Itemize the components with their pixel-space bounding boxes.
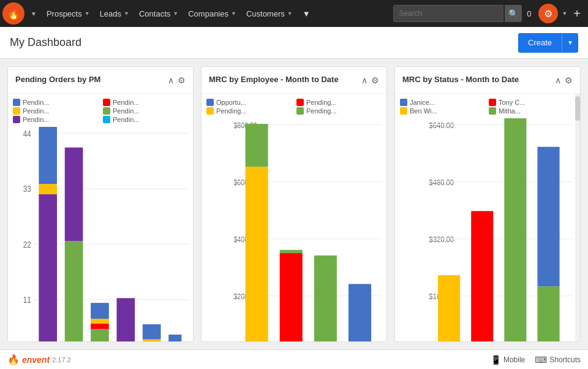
- legend-label: Ben Wi...: [410, 107, 437, 115]
- bar-segment: [91, 303, 109, 319]
- search-icon: 🔍: [508, 9, 519, 18]
- mobile-label: Mobile: [503, 356, 525, 364]
- bar-segment: [39, 194, 57, 341]
- nav-more-button[interactable]: ▼: [298, 0, 315, 27]
- legend-color-blue: [400, 99, 407, 106]
- app-logo[interactable]: 🔥: [2, 2, 24, 25]
- legend-item: Pending...: [296, 99, 382, 106]
- legend-color-red: [103, 99, 110, 106]
- legend-label: Pending...: [306, 107, 337, 115]
- svg-text:$320.00: $320.00: [429, 235, 454, 244]
- pending-orders-legend: Pendin... Pendin... Pendin... Pendin... …: [13, 99, 188, 123]
- widget-mrc-employee-title: MRC by Employee - Month to Date: [209, 75, 339, 85]
- legend-color-green: [296, 107, 304, 115]
- legend-label: Pendin...: [113, 99, 139, 106]
- widget-mrc-status-body: Janice... Tony C... Ben Wi... Mitha...: [395, 94, 580, 341]
- shortcuts-label: Shortcuts: [549, 356, 581, 364]
- legend-label: Pendin...: [113, 107, 139, 115]
- widget-collapse-button[interactable]: ∧: [168, 75, 174, 85]
- pending-orders-chart: 44 33 22 11 0: [13, 127, 188, 341]
- legend-item: Ben Wi...: [400, 107, 484, 115]
- nav-dropdown-arrow[interactable]: ▼: [26, 0, 42, 27]
- widget-mrc-status-controls: ∧ ⚙: [555, 75, 573, 85]
- page-title: My Dashboard: [10, 36, 81, 49]
- bar-segment: [537, 286, 559, 341]
- gear-dropdown[interactable]: ▼: [560, 10, 568, 17]
- legend-label: Tony C...: [499, 99, 525, 106]
- footer-version: 2.17.2: [52, 356, 71, 363]
- widget-pending-orders: Pending Orders by PM ∧ ⚙ Pendin... Pendi…: [7, 66, 194, 342]
- create-dropdown-arrow-icon[interactable]: ▼: [562, 33, 578, 53]
- mrc-employee-legend: Opportu... Pending... Pending... Pending…: [206, 99, 382, 115]
- legend-color-purple: [13, 116, 20, 123]
- mobile-link[interactable]: 📱 Mobile: [491, 355, 525, 365]
- shortcuts-icon: ⌨: [535, 355, 547, 365]
- widget-mrc-employee-header: MRC by Employee - Month to Date ∧ ⚙: [202, 67, 386, 94]
- bar-segment: [280, 253, 303, 341]
- widget-settings-button[interactable]: ⚙: [371, 75, 379, 85]
- mrc-status-chart: $640.00 $480.00 $320.00 $160.00 $0.00: [400, 118, 573, 341]
- bar-segment: [280, 250, 303, 253]
- widget-collapse-button[interactable]: ∧: [361, 75, 368, 85]
- widget-settings-button[interactable]: ⚙: [178, 75, 186, 85]
- legend-label: Janice...: [410, 99, 435, 106]
- bar-segment: [91, 329, 109, 341]
- sidebar-item-leads[interactable]: Leads ▼: [95, 0, 134, 27]
- legend-color-blue: [13, 99, 20, 106]
- scrollbar-track[interactable]: [575, 94, 580, 341]
- bar-segment: [65, 241, 83, 341]
- add-button[interactable]: +: [568, 0, 586, 27]
- widget-mrc-status: MRC by Status - Month to Date ∧ ⚙ Janice…: [394, 66, 581, 342]
- page-header: My Dashboard Create ▼: [0, 27, 588, 59]
- widget-mrc-employee-body[interactable]: Opportu... Pending... Pending... Pending…: [202, 94, 386, 341]
- bar-segment: [246, 124, 268, 167]
- contacts-arrow-icon: ▼: [173, 10, 178, 17]
- sidebar-item-customers[interactable]: Customers ▼: [241, 0, 298, 27]
- mobile-icon: 📱: [491, 355, 501, 365]
- legend-color-red: [489, 99, 496, 106]
- legend-label: Pendin...: [23, 99, 49, 106]
- widget-pending-orders-title: Pending Orders by PM: [15, 75, 100, 85]
- legend-label: Pendin...: [113, 116, 139, 123]
- sidebar-item-prospects[interactable]: Prospects ▼: [42, 0, 95, 27]
- bar-segment: [39, 127, 57, 184]
- legend-color-green: [489, 107, 496, 115]
- create-button[interactable]: Create ▼: [518, 33, 578, 53]
- scrollbar-thumb[interactable]: [575, 96, 580, 121]
- search-input[interactable]: [393, 5, 503, 22]
- widget-collapse-button[interactable]: ∧: [555, 75, 561, 85]
- legend-item: Pendin...: [13, 99, 98, 106]
- footer-links: 📱 Mobile ⌨ Shortcuts: [491, 355, 581, 365]
- widget-mrc-employee: MRC by Employee - Month to Date ∧ ⚙ Oppo…: [201, 66, 387, 342]
- settings-button[interactable]: ⚙: [538, 4, 558, 23]
- svg-text:$640.00: $640.00: [429, 121, 454, 130]
- widget-pending-orders-header: Pending Orders by PM ∧ ⚙: [8, 67, 193, 94]
- bar-segment: [39, 184, 57, 194]
- sidebar-item-contacts[interactable]: Contacts ▼: [134, 0, 183, 27]
- legend-label: Pending...: [216, 107, 247, 115]
- legend-color-blue: [206, 99, 214, 106]
- search-button[interactable]: 🔍: [505, 5, 522, 22]
- svg-text:22: 22: [23, 239, 31, 249]
- legend-item: Pending...: [296, 107, 382, 115]
- sidebar-item-companies[interactable]: Companies ▼: [183, 0, 241, 27]
- bar-segment: [349, 284, 371, 341]
- legend-color-red: [296, 99, 304, 106]
- svg-text:33: 33: [23, 184, 31, 194]
- prospects-arrow-icon: ▼: [85, 10, 90, 17]
- gear-icon: ⚙: [544, 8, 552, 20]
- shortcuts-link[interactable]: ⌨ Shortcuts: [535, 355, 581, 365]
- footer-brand: 🔥 envent 2.17.2: [7, 354, 71, 365]
- legend-label: Pendin...: [23, 116, 49, 123]
- widget-settings-button[interactable]: ⚙: [565, 75, 573, 85]
- legend-item: Pendin...: [13, 116, 98, 123]
- bar-segment: [91, 319, 109, 324]
- widget-mrc-status-header: MRC by Status - Month to Date ∧ ⚙: [395, 67, 580, 94]
- legend-item: Janice...: [400, 99, 484, 106]
- nav-badge-count: 0: [522, 0, 536, 27]
- mrc-status-legend: Janice... Tony C... Ben Wi... Mitha...: [400, 99, 573, 115]
- widget-pending-orders-body: Pendin... Pendin... Pendin... Pendin... …: [8, 94, 193, 341]
- legend-label: Mitha...: [499, 107, 521, 115]
- chevron-down-icon: ▼: [303, 9, 311, 18]
- bar-segment: [504, 118, 526, 341]
